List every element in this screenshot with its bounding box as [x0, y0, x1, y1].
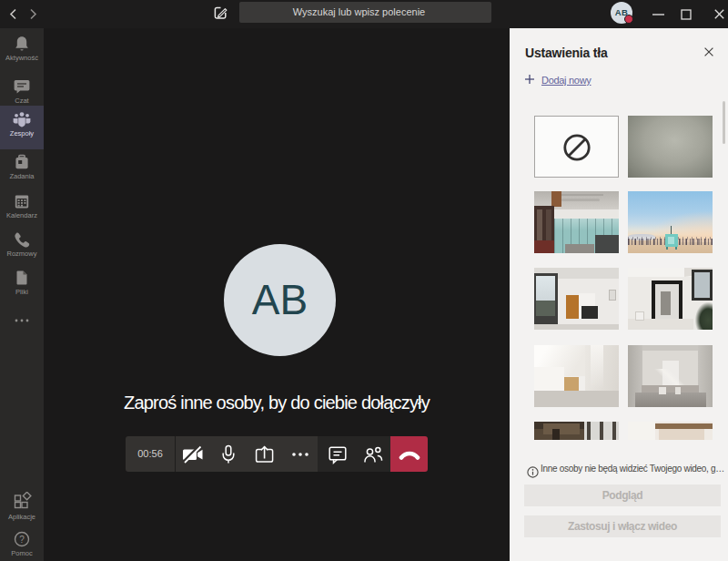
- svg-text:?: ?: [19, 535, 25, 545]
